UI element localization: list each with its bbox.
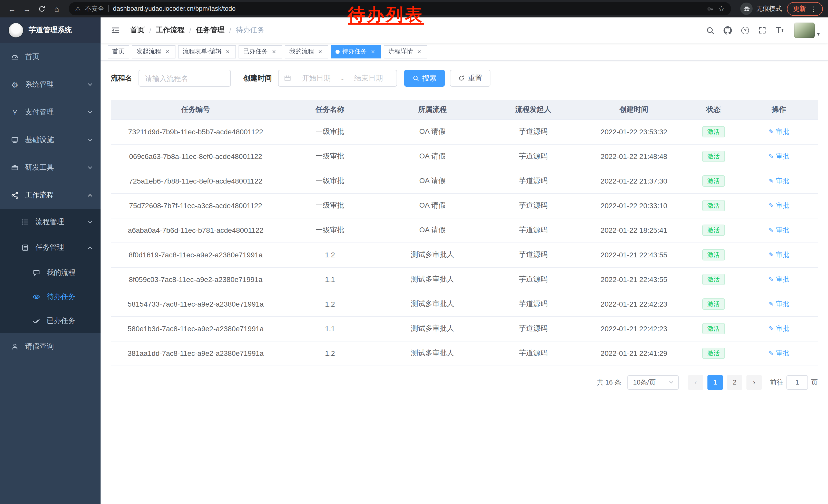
breadcrumb-item[interactable]: 首页 <box>130 26 145 35</box>
bookmark-star-icon[interactable]: ☆ <box>718 4 725 13</box>
tab-todo-task[interactable]: 待办任务× <box>331 45 381 58</box>
tab-form-edit[interactable]: 流程表单-编辑× <box>178 45 236 58</box>
total-count: 共 16 条 <box>597 378 621 387</box>
forward-icon[interactable]: → <box>20 2 34 16</box>
breadcrumb-item[interactable]: 任务管理 <box>196 26 225 35</box>
sidebar-item-devtools[interactable]: 研发工具 <box>0 154 100 182</box>
chevron-down-icon <box>87 82 93 87</box>
breadcrumb-item[interactable]: 工作流程 <box>156 26 185 35</box>
cell-starter: 芋道源码 <box>486 292 581 316</box>
search-button[interactable]: 搜索 <box>404 70 445 87</box>
process-name-input[interactable] <box>138 70 231 87</box>
cell-action: ✎审批 <box>740 341 818 366</box>
pagination: 共 16 条 10条/页 ‹ 12 › 前往 页 <box>111 375 818 400</box>
tab-done-task[interactable]: 已办任务× <box>239 45 282 58</box>
page-button-2[interactable]: 2 <box>727 375 742 390</box>
user-avatar-image[interactable] <box>794 22 815 38</box>
next-page-button[interactable]: › <box>746 375 762 390</box>
cell-starter: 芋道源码 <box>486 316 581 341</box>
github-icon[interactable] <box>720 22 735 38</box>
cell-starter: 芋道源码 <box>486 144 581 169</box>
cell-action: ✎审批 <box>740 292 818 316</box>
approve-button[interactable]: ✎审批 <box>769 275 789 284</box>
update-button[interactable]: 更新 ⋮ <box>787 2 823 16</box>
breadcrumb: 首页/工作流程/任务管理/待办任务 <box>130 26 264 35</box>
column-header: 任务名称 <box>280 100 379 120</box>
sidebar-item-home[interactable]: 首页 <box>0 43 100 71</box>
font-size-icon[interactable]: TT <box>773 22 787 38</box>
column-header: 流程发起人 <box>486 100 581 120</box>
tab-close-icon[interactable]: × <box>224 48 232 55</box>
range-separator: - <box>341 74 343 82</box>
sidebar-item-task-mgmt[interactable]: 任务管理 <box>0 235 100 261</box>
sidebar-item-done-task[interactable]: 已办任务 <box>0 309 100 333</box>
back-icon[interactable]: ← <box>5 2 19 16</box>
approve-button[interactable]: ✎审批 <box>769 226 789 235</box>
approve-button[interactable]: ✎审批 <box>769 250 789 260</box>
sidebar-item-workflow[interactable]: 工作流程 <box>0 182 100 209</box>
approve-button[interactable]: ✎审批 <box>769 152 789 161</box>
help-icon[interactable]: ? <box>738 22 752 38</box>
approve-button[interactable]: ✎审批 <box>769 127 789 136</box>
sidebar-item-leave-query[interactable]: 请假查询 <box>0 333 100 360</box>
browser-menu-icon[interactable]: ⋮ <box>810 5 817 12</box>
user-menu[interactable]: ▾ <box>794 22 820 38</box>
approve-button[interactable]: ✎审批 <box>769 201 789 210</box>
sidebar-item-system[interactable]: ⚙系统管理 <box>0 71 100 98</box>
sidebar-item-label: 研发工具 <box>25 163 54 172</box>
cell-starter: 芋道源码 <box>486 267 581 292</box>
table-row: a6aba0a4-7b6d-11ec-b781-acde48001122一级审批… <box>111 218 818 242</box>
approve-button[interactable]: ✎审批 <box>769 176 789 186</box>
tab-label: 流程表单-编辑 <box>182 47 222 56</box>
tab-close-icon[interactable]: × <box>164 48 171 55</box>
tab-close-icon[interactable]: × <box>317 48 324 55</box>
page-size-select[interactable]: 10条/页 <box>627 375 679 390</box>
cell-process: OA 请假 <box>379 169 485 193</box>
table-row: 580e1b3d-7ac8-11ec-a9e2-a2380e71991a1.1测… <box>111 316 818 341</box>
goto-page-input[interactable] <box>786 375 808 390</box>
reset-button[interactable]: 重置 <box>450 70 490 87</box>
cell-task-name: 一级审批 <box>280 193 379 218</box>
tab-my-process[interactable]: 我的流程× <box>285 45 328 58</box>
tab-launch-process[interactable]: 发起流程× <box>132 45 175 58</box>
cell-starter: 芋道源码 <box>486 242 581 267</box>
cell-task-id: 580e1b3d-7ac8-11ec-a9e2-a2380e71991a <box>111 316 280 341</box>
cell-task-id: 58154733-7ac8-11ec-a9e2-a2380e71991a <box>111 292 280 316</box>
password-key-icon[interactable] <box>706 5 714 12</box>
approve-button[interactable]: ✎审批 <box>769 300 789 309</box>
goto-label: 前往 <box>770 378 783 387</box>
tab-process-detail[interactable]: 流程详情× <box>384 45 427 58</box>
approve-label: 审批 <box>776 250 789 260</box>
tab-close-icon[interactable]: × <box>416 48 423 55</box>
approve-label: 审批 <box>776 152 789 161</box>
app-logo: 芋道管理系统 <box>0 17 100 43</box>
sidebar-item-my-process[interactable]: 我的流程 <box>0 261 100 284</box>
sidebar-item-process-mgmt[interactable]: 流程管理 <box>0 209 100 235</box>
reload-icon[interactable] <box>35 2 49 16</box>
table-row: 8f059c03-7ac8-11ec-a9e2-a2380e71991a1.1测… <box>111 267 818 292</box>
page-button-1[interactable]: 1 <box>707 375 723 390</box>
sidebar-item-todo-task[interactable]: 待办任务 <box>0 284 100 309</box>
cell-created: 2022-01-21 22:43:55 <box>581 242 687 267</box>
cell-status: 激活 <box>687 169 740 193</box>
fullscreen-icon[interactable] <box>755 22 770 38</box>
date-range-picker[interactable]: 开始日期 - 结束日期 <box>278 70 397 87</box>
edit-icon: ✎ <box>769 227 774 234</box>
tab-home[interactable]: 首页 <box>108 45 129 58</box>
cell-action: ✎审批 <box>740 169 818 193</box>
page-suffix: 页 <box>811 378 818 387</box>
cell-task-id: 069c6a63-7b8a-11ec-8ef0-acde48001122 <box>111 144 280 169</box>
tab-close-icon[interactable]: × <box>369 48 377 55</box>
sidebar-item-infrastructure[interactable]: 基础设施 <box>0 126 100 154</box>
search-icon[interactable] <box>703 22 717 38</box>
home-icon[interactable]: ⌂ <box>50 2 64 16</box>
prev-page-button[interactable]: ‹ <box>688 375 703 390</box>
cell-created: 2022-01-22 18:25:41 <box>581 218 687 242</box>
approve-label: 审批 <box>776 127 789 136</box>
approve-button[interactable]: ✎审批 <box>769 324 789 333</box>
sidebar-item-payment[interactable]: ¥支付管理 <box>0 98 100 126</box>
tab-close-icon[interactable]: × <box>271 48 278 55</box>
sidebar-collapse-icon[interactable] <box>109 26 122 35</box>
status-badge: 激活 <box>702 225 724 236</box>
approve-button[interactable]: ✎审批 <box>769 349 789 358</box>
